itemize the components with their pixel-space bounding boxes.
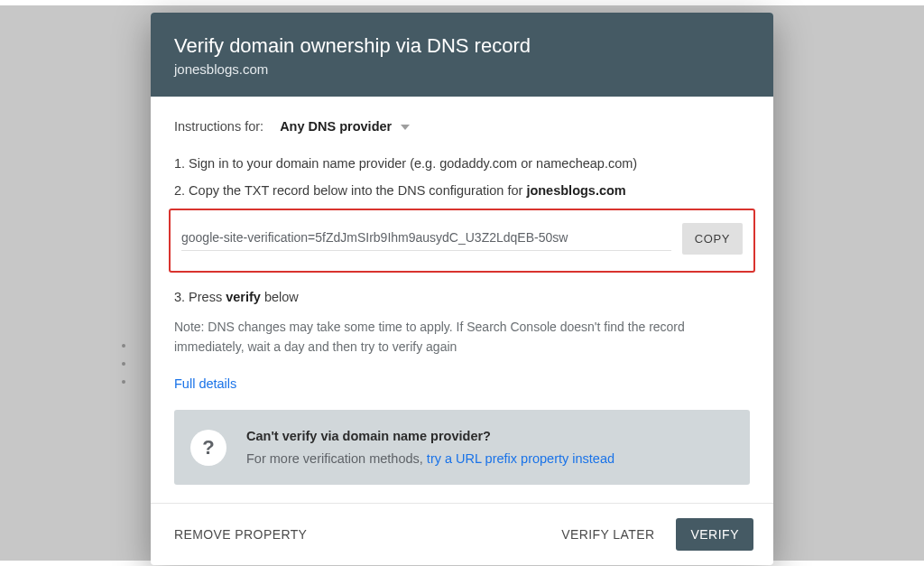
step3-suffix: below <box>261 290 299 304</box>
chevron-down-icon <box>401 125 410 130</box>
txt-record-input[interactable] <box>181 227 671 251</box>
background-content <box>135 334 139 392</box>
url-prefix-link[interactable]: try a URL prefix property instead <box>427 451 614 466</box>
help-icon: ? <box>190 430 226 466</box>
dns-propagation-note: Note: DNS changes may take some time to … <box>174 318 750 357</box>
step2-domain: jonesblogs.com <box>526 183 625 198</box>
dialog-domain: jonesblogs.com <box>174 61 750 77</box>
decorative-bar <box>0 0 924 5</box>
alternative-method-box: ? Can't verify via domain name provider?… <box>174 410 750 485</box>
txt-record-box: COPY <box>169 209 755 273</box>
dialog-title: Verify domain ownership via DNS record <box>174 34 750 58</box>
dialog-body: Instructions for: Any DNS provider 1. Si… <box>151 97 773 503</box>
copy-button[interactable]: COPY <box>682 223 743 255</box>
provider-row: Instructions for: Any DNS provider <box>174 116 750 136</box>
step2-text: 2. Copy the TXT record below into the DN… <box>174 183 526 198</box>
alternative-text: Can't verify via domain name provider? F… <box>246 426 614 469</box>
alt-sub: For more verification methods, <box>246 451 427 466</box>
step3-prefix: 3. Press <box>174 290 226 304</box>
verify-later-button[interactable]: VERIFY LATER <box>558 520 658 549</box>
question-mark-icon: ? <box>202 432 214 463</box>
remove-property-button[interactable]: REMOVE PROPERTY <box>171 520 310 549</box>
instruction-step-3: 3. Press verify below <box>174 287 750 307</box>
full-details-link[interactable]: Full details <box>174 374 236 394</box>
alt-heading: Can't verify via domain name provider? <box>246 426 614 446</box>
dialog-header: Verify domain ownership via DNS record j… <box>151 13 773 97</box>
instruction-step-1: 1. Sign in to your domain name provider … <box>174 153 750 173</box>
verify-domain-dialog: Verify domain ownership via DNS record j… <box>151 13 773 565</box>
verify-button[interactable]: VERIFY <box>676 518 753 551</box>
provider-dropdown[interactable]: Any DNS provider <box>280 116 410 136</box>
instruction-step-2: 2. Copy the TXT record below into the DN… <box>174 181 750 200</box>
instructions-label: Instructions for: <box>174 116 263 136</box>
dialog-footer: REMOVE PROPERTY VERIFY LATER VERIFY <box>151 503 773 565</box>
provider-selected-value: Any DNS provider <box>280 116 392 136</box>
step3-bold: verify <box>226 290 261 304</box>
